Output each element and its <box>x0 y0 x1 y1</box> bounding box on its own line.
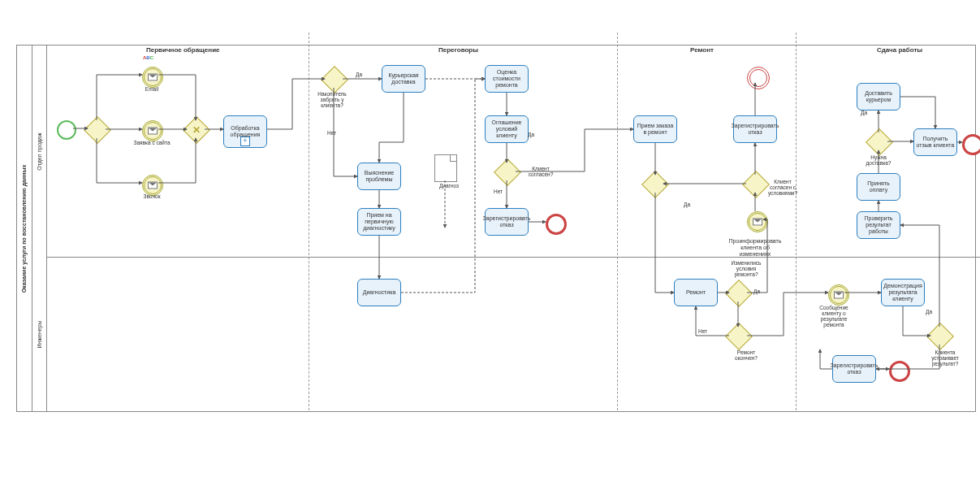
task-label: Получить отзыв клиента <box>916 136 955 148</box>
task-label: Прием заказа в ремонт <box>636 123 675 135</box>
task-label: Доставить курьером <box>859 90 898 102</box>
flow-label-yes-1: Да <box>356 72 362 77</box>
task-label: Диагностика <box>363 289 396 296</box>
gateway-label-changed: Изменились условия ремонта? <box>727 260 766 277</box>
task-accept-order[interactable]: Прием заказа в ремонт <box>633 115 677 143</box>
event-label-call: Звонок <box>132 193 172 199</box>
subprocess-marker-icon: + <box>240 137 250 146</box>
task-label: Курьерская доставка <box>384 72 423 85</box>
task-process-request[interactable]: Обработка обращения + <box>223 115 267 148</box>
event-inform-client[interactable] <box>747 211 768 232</box>
task-label: Оценка стоимости ремонта <box>487 69 526 88</box>
task-label: Прием на первичную диагностику <box>360 212 399 231</box>
task-label: Зарегистрировать отказ <box>732 123 779 135</box>
task-cost-estimate[interactable]: Оценка стоимости ремонта <box>485 65 529 93</box>
event-label-result-msg: Сообщение клиенту о результате ремонта <box>814 305 853 328</box>
flow-label-no-2: Нет <box>494 189 503 194</box>
flow-label-yes-2: Да <box>528 132 534 137</box>
task-check-result[interactable]: Проверить результат работы <box>857 211 900 239</box>
task-diagnostics[interactable]: Диагностика <box>357 279 401 306</box>
task-courier-delivery[interactable]: Курьерская доставка <box>382 65 425 93</box>
task-repair[interactable]: Ремонт <box>674 279 718 306</box>
task-label: Зарегистрировать отказ <box>831 362 879 375</box>
gateway-label-agree: Клиент согласен? <box>521 166 560 177</box>
event-msg-email[interactable] <box>142 67 163 88</box>
task-announce-terms[interactable]: Оглашение условий клиенту <box>485 115 529 143</box>
task-label: Принять оплату <box>859 180 898 193</box>
task-register-refuse-2[interactable]: Зарегистрировать отказ <box>733 115 777 143</box>
event-end-refuse-1[interactable] <box>546 214 567 235</box>
flow-label-no-4: Нет <box>698 328 707 334</box>
task-deliver-courier[interactable]: Доставить курьером <box>857 83 900 111</box>
task-register-refuse-3[interactable]: Зарегистрировать отказ <box>832 355 876 383</box>
flow-label-yes-5: Да <box>926 309 932 314</box>
event-end-final[interactable] <box>962 134 980 155</box>
event-end-refuse-3[interactable] <box>889 361 910 382</box>
task-primary-diag[interactable]: Прием на первичную диагностику <box>357 208 401 236</box>
event-start[interactable] <box>57 120 76 140</box>
artifact-diagnosis[interactable] <box>434 154 457 182</box>
task-inform-client-label: Проинформировать клиента об изменениях <box>733 234 777 262</box>
lane-engineers: Инженеры <box>32 257 47 411</box>
task-label: Ремонт <box>686 289 706 296</box>
event-msg-site[interactable] <box>142 120 163 141</box>
task-label: Оглашение условий клиенту <box>487 119 526 138</box>
abc-icon: ABC <box>143 55 153 60</box>
event-result-msg[interactable] <box>828 284 849 306</box>
task-register-refuse-1[interactable]: Зарегистрировать отказ <box>485 208 529 236</box>
task-label: Демонстрация результата клиенту <box>883 283 922 301</box>
flow-label-no-1: Нет <box>327 130 336 136</box>
artifact-label-diagnosis: Диагноз <box>429 183 469 189</box>
task-label: Проинформировать клиента об изменениях <box>729 238 782 257</box>
lane-sales: Отдел продаж <box>32 46 47 257</box>
bpmn-diagram: Первичное обращение Переговоры Ремонт Сд… <box>0 0 980 490</box>
event-label-site: Заявка с сайта <box>132 140 172 145</box>
task-label: Проверить результат работы <box>859 215 898 234</box>
flow-label-yes-3: Да <box>684 202 690 207</box>
flow-label-yes-4: Да <box>753 288 760 294</box>
gateway-label-pickup: Накопитель забрать у клиента? <box>313 91 352 108</box>
gateway-label-need-delivery: Нужна доставка? <box>859 154 898 166</box>
task-label: Выяснение проблемы <box>360 170 399 182</box>
task-accept-payment[interactable]: Принять оплату <box>857 173 900 201</box>
gateway-label-agree2: Клиент согласен с условиями? <box>763 179 802 196</box>
gateway-label-done: Ремонт окончен? <box>727 349 766 361</box>
task-figure-problem[interactable]: Выяснение проблемы <box>357 163 401 190</box>
lane-separator <box>46 257 980 258</box>
task-get-feedback[interactable]: Получить отзыв клиента <box>913 128 957 156</box>
task-demo-result[interactable]: Демонстрация результата клиенту <box>881 279 925 306</box>
flow-label-yes-6: Да <box>861 110 867 115</box>
event-label-email: Email <box>132 86 172 92</box>
gateway-label-ok: Клиента устраивает результат? <box>926 349 965 366</box>
event-end-refuse-2[interactable] <box>747 67 770 89</box>
task-label: Зарегистрировать отказ <box>483 215 531 228</box>
pool-title: Оказание услуги по восстановлению данных <box>17 46 32 411</box>
